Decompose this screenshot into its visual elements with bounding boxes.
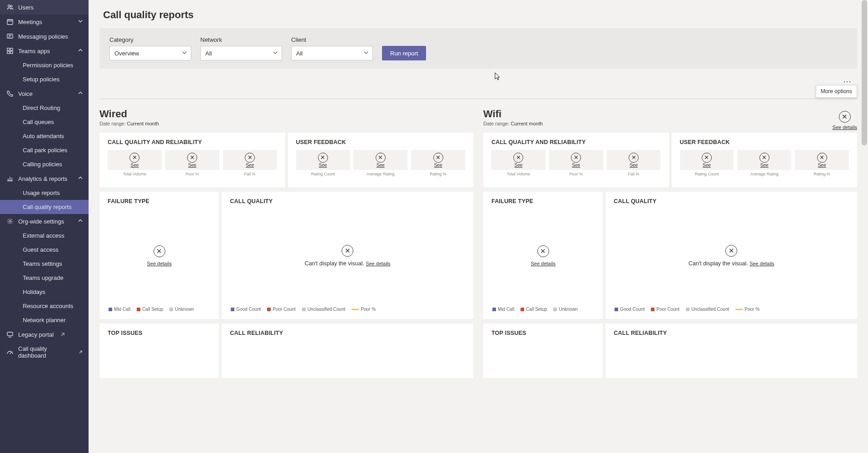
card-title: CALL QUALITY AND RELIABILITY: [491, 139, 661, 145]
message-icon: [6, 33, 14, 40]
metric-caption: Fail %: [223, 172, 277, 176]
select-client[interactable]: All: [291, 46, 373, 60]
filter-network-label: Network: [200, 36, 282, 43]
sidebar-item-guest-access[interactable]: Guest access: [0, 243, 89, 257]
sidebar-item-label: Setup policies: [23, 76, 60, 83]
sidebar-item-teams-apps[interactable]: Teams apps: [0, 44, 89, 58]
error-icon: ✕: [342, 245, 353, 257]
legend-item: Unclassified Count: [686, 307, 729, 312]
sidebar-item-network-planner[interactable]: Network planner: [0, 313, 89, 327]
card-title: CALL QUALITY: [614, 198, 849, 204]
metric-caption: Rating Count: [680, 172, 734, 176]
sidebar-item-meetings[interactable]: Meetings: [0, 15, 89, 29]
sidebar-item-label: Usage reports: [23, 189, 60, 196]
metric-tile: ✕See: [411, 150, 465, 170]
sidebar-item-usage-reports[interactable]: Usage reports: [0, 186, 89, 200]
sidebar-item-direct-routing[interactable]: Direct Routing: [0, 101, 89, 115]
sidebar-item-call-park-policies[interactable]: Call park policies: [0, 143, 89, 157]
see-link[interactable]: See: [760, 163, 769, 168]
svg-rect-2: [7, 20, 13, 25]
sidebar-item-calling-policies[interactable]: Calling policies: [0, 157, 89, 171]
sidebar-item-teams-settings[interactable]: Teams settings: [0, 257, 89, 271]
metric-caption: Poor %: [549, 172, 603, 176]
sidebar-item-external-access[interactable]: External access: [0, 229, 89, 243]
svg-rect-9: [7, 332, 13, 336]
scrollbar-thumb[interactable]: [862, 0, 867, 145]
sidebar-item-org-wide-settings[interactable]: Org-wide settings: [0, 214, 89, 229]
sidebar-item-call-quality-dashboard[interactable]: Call quality dashboard: [0, 342, 89, 363]
card-top-issues: TOP ISSUES: [483, 324, 603, 378]
sidebar-item-legacy-portal[interactable]: Legacy portal: [0, 327, 89, 342]
see-details-link[interactable]: See details: [833, 124, 857, 130]
sidebar-item-call-quality-reports[interactable]: Call quality reports: [0, 200, 89, 214]
see-link[interactable]: See: [131, 163, 139, 168]
sidebar-item-messaging-policies[interactable]: Messaging policies: [0, 29, 89, 44]
select-network[interactable]: All: [200, 46, 282, 60]
sidebar-item-label: Permission policies: [23, 62, 73, 69]
card-title: CALL QUALITY: [230, 198, 465, 204]
metric-tile: ✕See: [680, 150, 734, 170]
sidebar-item-label: Resource accounts: [23, 303, 73, 309]
legend-item: Poor Count: [651, 307, 680, 312]
column-title: Wifi: [483, 108, 857, 120]
svg-rect-5: [10, 48, 13, 50]
metric-tile: ✕See: [353, 150, 407, 170]
sidebar-item-setup-policies[interactable]: Setup policies: [0, 72, 89, 86]
sidebar-item-voice[interactable]: Voice: [0, 86, 89, 101]
select-category[interactable]: Overview: [109, 46, 191, 60]
see-details-link[interactable]: See details: [147, 261, 171, 266]
sidebar-item-label: Meetings: [18, 19, 42, 25]
see-details-link[interactable]: See details: [531, 261, 555, 266]
date-range: Date range: Current month: [99, 121, 473, 126]
metric-tile: ✕See: [795, 150, 849, 170]
filter-bar: Category Overview Network All Client: [99, 28, 857, 69]
sidebar-item-teams-upgrade[interactable]: Teams upgrade: [0, 271, 89, 285]
sidebar-item-auto-attendants[interactable]: Auto attendants: [0, 129, 89, 143]
see-link[interactable]: See: [188, 163, 196, 168]
legend-item: Unknown: [553, 307, 578, 312]
main-area: Call quality reports Category Overview N…: [89, 0, 868, 453]
card-call-reliability: CALL RELIABILITY: [605, 324, 857, 378]
see-link[interactable]: See: [515, 163, 523, 168]
sidebar-item-label: Analytics & reports: [18, 175, 67, 182]
sidebar-item-users[interactable]: Users: [0, 0, 89, 15]
see-link[interactable]: See: [434, 163, 442, 168]
sidebar-item-label: Call queues: [23, 119, 54, 125]
see-details-link[interactable]: See details: [366, 261, 390, 266]
scrollbar[interactable]: [861, 0, 868, 453]
see-link[interactable]: See: [377, 163, 385, 168]
sidebar-item-call-queues[interactable]: Call queues: [0, 115, 89, 129]
legend-item: Mid Call: [109, 307, 130, 312]
see-link[interactable]: See: [572, 163, 580, 168]
filter-client: Client All: [291, 36, 373, 60]
see-details-link[interactable]: See details: [749, 261, 774, 266]
sidebar-item-label: Holidays: [23, 289, 45, 295]
card-title: FAILURE TYPE: [108, 198, 211, 204]
see-link[interactable]: See: [319, 163, 327, 168]
metric-caption: Average Rating: [353, 172, 407, 176]
sidebar-item-analytics-reports[interactable]: Analytics & reports: [0, 171, 89, 186]
error-icon: ✕: [725, 245, 737, 257]
chevron-icon: [78, 48, 83, 55]
sidebar-item-label: Teams settings: [23, 260, 62, 267]
svg-rect-6: [7, 51, 10, 54]
apps-icon: [6, 47, 14, 55]
run-report-button[interactable]: Run report: [382, 46, 426, 60]
see-link[interactable]: See: [703, 163, 711, 168]
sidebar-item-label: Call park policies: [23, 147, 67, 154]
error-icon: ✕: [433, 153, 443, 163]
chevron-down-icon: [363, 50, 369, 57]
see-link[interactable]: See: [630, 163, 638, 168]
sidebar-item-resource-accounts[interactable]: Resource accounts: [0, 299, 89, 313]
sidebar-item-permission-policies[interactable]: Permission policies: [0, 58, 89, 72]
see-link[interactable]: See: [246, 163, 254, 168]
metric-caption: Fail %: [607, 172, 661, 176]
see-link[interactable]: See: [818, 163, 826, 168]
legend: Good CountPoor CountUnclassified CountPo…: [230, 302, 465, 313]
card-call-reliability: CALL RELIABILITY: [222, 324, 473, 378]
metric-caption: Poor %: [165, 172, 219, 176]
sidebar-item-holidays[interactable]: Holidays: [0, 285, 89, 299]
card-call-quality-reliability: CALL QUALITY AND RELIABILITY✕See✕See✕See…: [99, 133, 285, 187]
legend-item: Poor Count: [267, 307, 296, 312]
column-title: Wired: [99, 108, 473, 120]
